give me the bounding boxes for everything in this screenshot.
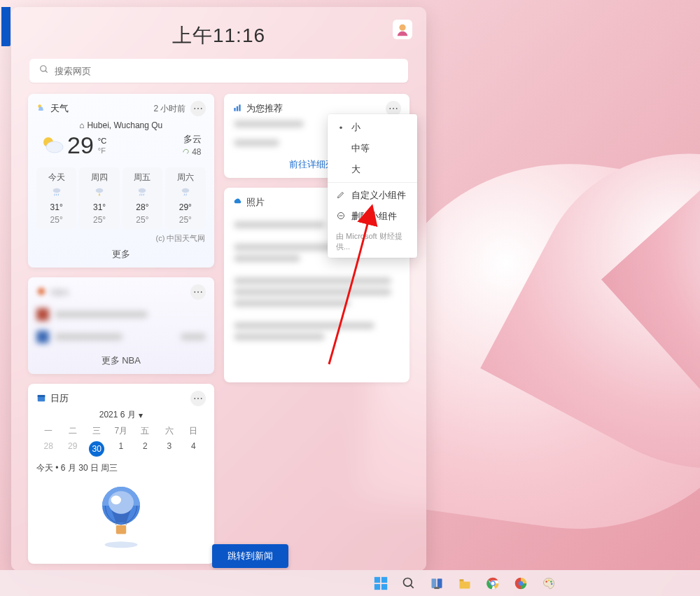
svg-point-16	[181, 188, 189, 193]
forecast-day[interactable]: 周四 31° 25°	[79, 167, 119, 229]
chevron-down-icon: ▾	[139, 410, 143, 420]
menu-separator	[328, 182, 417, 183]
calendar-more-button[interactable]: ⋯	[190, 391, 206, 406]
svg-point-50	[548, 579, 550, 581]
basketball-icon	[36, 286, 46, 298]
weather-more-link[interactable]: 更多	[36, 248, 206, 261]
bullet-icon: •	[336, 123, 346, 133]
weather-credit: (c) 中国天气网	[36, 233, 206, 244]
sports-more-link[interactable]: 更多 NBA	[36, 354, 206, 367]
svg-rect-21	[38, 394, 46, 396]
weather-age: 2 小时前	[153, 103, 186, 115]
weather-temp: 29	[67, 132, 94, 159]
sports-widget[interactable]: NBA ⋯	[28, 277, 214, 374]
svg-rect-42	[460, 579, 464, 581]
menu-size-medium[interactable]: 中等	[328, 138, 417, 159]
weather-widget[interactable]: 天气 2 小时前 ⋯ ⌂ Hubei, Wuchang Qu 29	[28, 94, 214, 268]
photos-title: 照片	[246, 196, 265, 209]
menu-size-small[interactable]: • 小	[328, 117, 417, 138]
svg-line-14	[142, 194, 143, 196]
svg-rect-35	[382, 576, 387, 582]
svg-point-1	[41, 66, 46, 71]
calendar-day[interactable]: 28	[36, 441, 61, 457]
sports-more-button[interactable]: ⋯	[190, 284, 206, 300]
svg-rect-37	[382, 583, 387, 589]
calendar-day-today[interactable]: 30	[85, 441, 109, 457]
start-button[interactable]	[373, 576, 388, 591]
svg-rect-30	[236, 106, 237, 111]
svg-marker-11	[99, 193, 101, 195]
browser-button[interactable]	[513, 576, 528, 591]
svg-line-7	[54, 194, 55, 196]
search-input[interactable]	[55, 66, 398, 76]
pencil-icon	[336, 190, 346, 201]
svg-line-39	[411, 585, 414, 588]
temp-unit-toggle[interactable]: °C °F	[98, 136, 106, 155]
forecast-day[interactable]: 今天 31° 25°	[36, 167, 76, 229]
forecast-day[interactable]: 周六 29° 25°	[165, 167, 205, 229]
user-avatar[interactable]	[393, 20, 412, 39]
calendar-title: 日历	[50, 392, 69, 405]
calendar-day[interactable]: 29	[61, 441, 85, 457]
search-bar[interactable]	[29, 59, 408, 83]
sports-title: NBA	[50, 287, 69, 298]
svg-line-17	[184, 194, 185, 196]
svg-line-2	[46, 71, 48, 73]
weather-title: 天气	[50, 102, 69, 115]
paint-button[interactable]	[541, 576, 556, 591]
sun-cloud-icon	[41, 134, 64, 157]
svg-line-15	[144, 194, 144, 196]
calendar-illustration	[36, 480, 206, 557]
svg-point-52	[551, 583, 553, 585]
calendar-day[interactable]: 1	[109, 441, 134, 457]
desktop-stub	[0, 168, 10, 196]
chart-icon	[232, 103, 242, 115]
svg-rect-31	[239, 104, 240, 111]
menu-remove-widget[interactable]: 删除小组件	[328, 206, 417, 227]
svg-rect-34	[374, 576, 380, 582]
forecast-day[interactable]: 周五 28° 25°	[122, 167, 162, 229]
svg-point-46	[491, 581, 495, 585]
weather-aqi: 48	[182, 146, 201, 158]
svg-line-18	[186, 194, 186, 196]
svg-point-6	[52, 188, 60, 193]
svg-point-5	[46, 141, 63, 153]
sports-scores-blurred	[36, 300, 206, 350]
calendar-day[interactable]: 2	[133, 441, 158, 457]
weather-icon	[36, 103, 46, 115]
chrome-button[interactable]	[485, 576, 500, 591]
home-icon: ⌂	[79, 120, 84, 130]
menu-size-large[interactable]: 大	[328, 159, 417, 180]
calendar-today-summary: 今天 • 6 月 30 日 周三	[36, 462, 206, 474]
panel-active-indicator	[1, 7, 10, 46]
svg-rect-36	[374, 583, 380, 589]
menu-customize-widget[interactable]: 自定义小组件	[328, 185, 417, 206]
widgets-panel: 上午11:16 天气 2 小时前 ⋯ ⌂	[11, 7, 426, 571]
svg-point-24	[111, 496, 120, 505]
calendar-icon	[36, 393, 46, 405]
onedrive-icon	[232, 197, 242, 209]
search-icon	[39, 64, 49, 77]
svg-point-49	[545, 581, 547, 583]
file-explorer-button[interactable]	[457, 576, 472, 591]
calendar-day[interactable]: 4	[181, 441, 206, 457]
svg-point-0	[399, 25, 405, 31]
weather-condition: 多云	[182, 133, 201, 146]
svg-point-10	[96, 188, 104, 193]
widget-context-menu: • 小 中等 大 自定义小组件 删除小组件 由 Microsoft 财经提供..…	[328, 114, 417, 258]
svg-point-51	[550, 581, 552, 583]
taskbar-search-button[interactable]	[401, 576, 416, 591]
weather-more-button[interactable]: ⋯	[190, 101, 206, 116]
svg-rect-25	[116, 525, 126, 534]
calendar-day[interactable]: 3	[158, 441, 182, 457]
go-to-news-button[interactable]: 跳转到新闻	[212, 544, 288, 568]
taskbar	[0, 570, 700, 596]
menu-provider-footer: 由 Microsoft 财经提供...	[328, 227, 417, 255]
calendar-widget[interactable]: 日历 ⋯ 2021 6 月 ▾ 一 二 三 7月 五 六 日 28	[28, 384, 214, 564]
svg-point-28	[104, 541, 137, 548]
panel-clock: 上午11:16	[24, 22, 414, 49]
svg-line-8	[56, 194, 57, 196]
calendar-month-picker[interactable]: 2021 6 月 ▾	[36, 409, 206, 421]
recommend-title: 为您推荐	[246, 102, 283, 115]
svg-line-9	[58, 194, 59, 196]
